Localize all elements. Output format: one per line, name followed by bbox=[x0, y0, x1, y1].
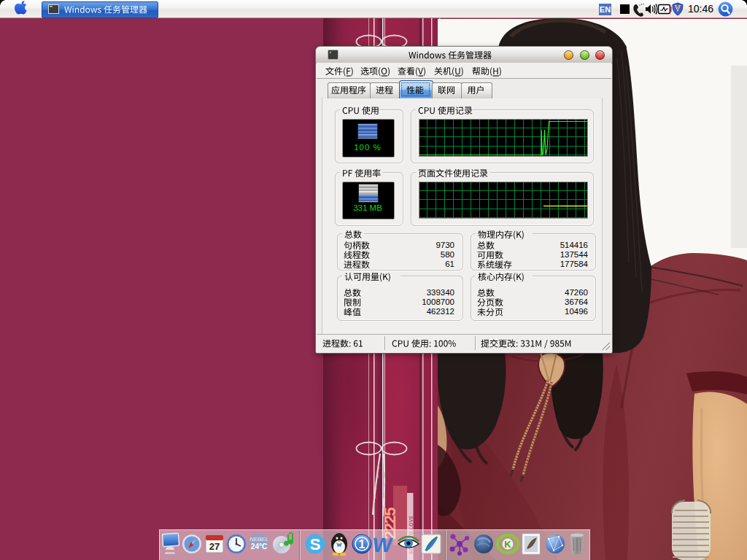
svg-text:W: W bbox=[371, 534, 394, 556]
svg-text:24°C: 24°C bbox=[251, 542, 267, 551]
svg-text:K: K bbox=[504, 539, 511, 550]
svg-text:27: 27 bbox=[209, 541, 220, 552]
svg-text:NEBEL: NEBEL bbox=[249, 536, 268, 542]
svg-text:1: 1 bbox=[359, 538, 365, 551]
svg-text:S: S bbox=[310, 535, 321, 553]
